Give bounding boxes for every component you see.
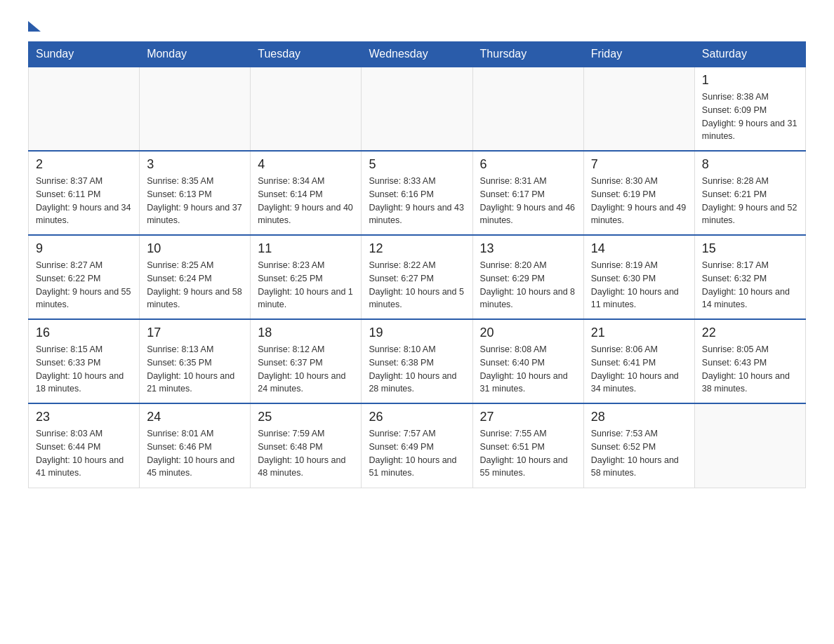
calendar-cell: 25Sunrise: 7:59 AM Sunset: 6:48 PM Dayli…	[251, 403, 362, 488]
day-info: Sunrise: 7:59 AM Sunset: 6:48 PM Dayligh…	[258, 427, 354, 480]
logo-arrow-icon	[28, 21, 41, 32]
calendar-cell	[583, 67, 694, 151]
calendar-cell: 16Sunrise: 8:15 AM Sunset: 6:33 PM Dayli…	[29, 319, 140, 403]
calendar-week-row: 9Sunrise: 8:27 AM Sunset: 6:22 PM Daylig…	[29, 235, 806, 319]
calendar-cell: 19Sunrise: 8:10 AM Sunset: 6:38 PM Dayli…	[362, 319, 472, 403]
day-of-week-header: Sunday	[29, 42, 140, 67]
calendar-header-row: SundayMondayTuesdayWednesdayThursdayFrid…	[29, 42, 806, 67]
day-info: Sunrise: 7:55 AM Sunset: 6:51 PM Dayligh…	[480, 427, 576, 480]
day-info: Sunrise: 8:01 AM Sunset: 6:46 PM Dayligh…	[147, 427, 243, 480]
day-number: 6	[480, 157, 576, 172]
calendar-cell: 21Sunrise: 8:06 AM Sunset: 6:41 PM Dayli…	[583, 319, 694, 403]
day-number: 9	[36, 241, 132, 256]
calendar-cell	[362, 67, 472, 151]
calendar-cell	[140, 67, 251, 151]
day-number: 7	[591, 157, 687, 172]
day-info: Sunrise: 8:15 AM Sunset: 6:33 PM Dayligh…	[36, 343, 132, 396]
calendar-week-row: 1Sunrise: 8:38 AM Sunset: 6:09 PM Daylig…	[29, 67, 806, 151]
day-info: Sunrise: 8:23 AM Sunset: 6:25 PM Dayligh…	[258, 259, 354, 311]
calendar-cell: 23Sunrise: 8:03 AM Sunset: 6:44 PM Dayli…	[29, 403, 140, 488]
day-info: Sunrise: 8:35 AM Sunset: 6:13 PM Dayligh…	[147, 175, 243, 227]
day-number: 23	[36, 410, 132, 424]
day-number: 15	[702, 241, 798, 256]
calendar-cell: 14Sunrise: 8:19 AM Sunset: 6:30 PM Dayli…	[583, 235, 694, 319]
day-of-week-header: Thursday	[472, 42, 583, 67]
calendar-cell: 6Sunrise: 8:31 AM Sunset: 6:17 PM Daylig…	[472, 151, 583, 235]
day-info: Sunrise: 7:53 AM Sunset: 6:52 PM Dayligh…	[591, 427, 687, 480]
day-number: 14	[591, 241, 687, 256]
calendar-cell: 10Sunrise: 8:25 AM Sunset: 6:24 PM Dayli…	[140, 235, 251, 319]
day-number: 11	[258, 241, 354, 256]
day-number: 10	[147, 241, 243, 256]
day-number: 5	[369, 157, 465, 172]
day-info: Sunrise: 8:28 AM Sunset: 6:21 PM Dayligh…	[702, 175, 798, 227]
calendar-cell: 26Sunrise: 7:57 AM Sunset: 6:49 PM Dayli…	[362, 403, 472, 488]
day-info: Sunrise: 8:38 AM Sunset: 6:09 PM Dayligh…	[702, 90, 798, 143]
day-info: Sunrise: 8:10 AM Sunset: 6:38 PM Dayligh…	[369, 343, 465, 396]
calendar-cell	[694, 403, 805, 488]
day-number: 25	[258, 410, 354, 424]
day-number: 2	[36, 157, 132, 172]
day-info: Sunrise: 8:17 AM Sunset: 6:32 PM Dayligh…	[702, 259, 798, 311]
day-number: 18	[258, 326, 354, 340]
day-info: Sunrise: 8:08 AM Sunset: 6:40 PM Dayligh…	[480, 343, 576, 396]
calendar-cell: 5Sunrise: 8:33 AM Sunset: 6:16 PM Daylig…	[362, 151, 472, 235]
calendar-cell	[472, 67, 583, 151]
calendar-cell: 15Sunrise: 8:17 AM Sunset: 6:32 PM Dayli…	[694, 235, 805, 319]
day-of-week-header: Wednesday	[362, 42, 472, 67]
calendar-cell: 22Sunrise: 8:05 AM Sunset: 6:43 PM Dayli…	[694, 319, 805, 403]
page-header	[28, 21, 806, 27]
day-number: 1	[702, 73, 798, 88]
calendar-cell: 3Sunrise: 8:35 AM Sunset: 6:13 PM Daylig…	[140, 151, 251, 235]
calendar-table: SundayMondayTuesdayWednesdayThursdayFrid…	[28, 41, 806, 488]
calendar-cell: 27Sunrise: 7:55 AM Sunset: 6:51 PM Dayli…	[472, 403, 583, 488]
calendar-cell: 13Sunrise: 8:20 AM Sunset: 6:29 PM Dayli…	[472, 235, 583, 319]
calendar-cell	[29, 67, 140, 151]
calendar-cell: 8Sunrise: 8:28 AM Sunset: 6:21 PM Daylig…	[694, 151, 805, 235]
calendar-cell: 7Sunrise: 8:30 AM Sunset: 6:19 PM Daylig…	[583, 151, 694, 235]
day-info: Sunrise: 8:22 AM Sunset: 6:27 PM Dayligh…	[369, 259, 465, 311]
day-info: Sunrise: 8:19 AM Sunset: 6:30 PM Dayligh…	[591, 259, 687, 311]
day-info: Sunrise: 8:37 AM Sunset: 6:11 PM Dayligh…	[36, 175, 132, 227]
calendar-week-row: 2Sunrise: 8:37 AM Sunset: 6:11 PM Daylig…	[29, 151, 806, 235]
logo	[28, 21, 41, 27]
calendar-cell: 4Sunrise: 8:34 AM Sunset: 6:14 PM Daylig…	[251, 151, 362, 235]
day-number: 3	[147, 157, 243, 172]
day-number: 16	[36, 326, 132, 340]
calendar-cell: 11Sunrise: 8:23 AM Sunset: 6:25 PM Dayli…	[251, 235, 362, 319]
day-number: 17	[147, 326, 243, 340]
calendar-cell: 1Sunrise: 8:38 AM Sunset: 6:09 PM Daylig…	[694, 67, 805, 151]
day-number: 21	[591, 326, 687, 340]
calendar-week-row: 16Sunrise: 8:15 AM Sunset: 6:33 PM Dayli…	[29, 319, 806, 403]
day-info: Sunrise: 7:57 AM Sunset: 6:49 PM Dayligh…	[369, 427, 465, 480]
day-info: Sunrise: 8:25 AM Sunset: 6:24 PM Dayligh…	[147, 259, 243, 311]
day-number: 26	[369, 410, 465, 424]
calendar-cell	[251, 67, 362, 151]
day-number: 24	[147, 410, 243, 424]
calendar-week-row: 23Sunrise: 8:03 AM Sunset: 6:44 PM Dayli…	[29, 403, 806, 488]
day-number: 27	[480, 410, 576, 424]
day-info: Sunrise: 8:03 AM Sunset: 6:44 PM Dayligh…	[36, 427, 132, 480]
day-number: 13	[480, 241, 576, 256]
calendar-cell: 18Sunrise: 8:12 AM Sunset: 6:37 PM Dayli…	[251, 319, 362, 403]
day-number: 12	[369, 241, 465, 256]
calendar-cell: 24Sunrise: 8:01 AM Sunset: 6:46 PM Dayli…	[140, 403, 251, 488]
day-of-week-header: Saturday	[694, 42, 805, 67]
day-info: Sunrise: 8:30 AM Sunset: 6:19 PM Dayligh…	[591, 175, 687, 227]
day-number: 4	[258, 157, 354, 172]
day-info: Sunrise: 8:13 AM Sunset: 6:35 PM Dayligh…	[147, 343, 243, 396]
day-info: Sunrise: 8:12 AM Sunset: 6:37 PM Dayligh…	[258, 343, 354, 396]
day-of-week-header: Friday	[583, 42, 694, 67]
day-number: 8	[702, 157, 798, 172]
day-number: 20	[480, 326, 576, 340]
day-info: Sunrise: 8:34 AM Sunset: 6:14 PM Dayligh…	[258, 175, 354, 227]
day-info: Sunrise: 8:20 AM Sunset: 6:29 PM Dayligh…	[480, 259, 576, 311]
day-info: Sunrise: 8:31 AM Sunset: 6:17 PM Dayligh…	[480, 175, 576, 227]
day-number: 28	[591, 410, 687, 424]
calendar-cell: 20Sunrise: 8:08 AM Sunset: 6:40 PM Dayli…	[472, 319, 583, 403]
calendar-cell: 9Sunrise: 8:27 AM Sunset: 6:22 PM Daylig…	[29, 235, 140, 319]
day-info: Sunrise: 8:33 AM Sunset: 6:16 PM Dayligh…	[369, 175, 465, 227]
day-number: 22	[702, 326, 798, 340]
calendar-cell: 12Sunrise: 8:22 AM Sunset: 6:27 PM Dayli…	[362, 235, 472, 319]
calendar-cell: 28Sunrise: 7:53 AM Sunset: 6:52 PM Dayli…	[583, 403, 694, 488]
